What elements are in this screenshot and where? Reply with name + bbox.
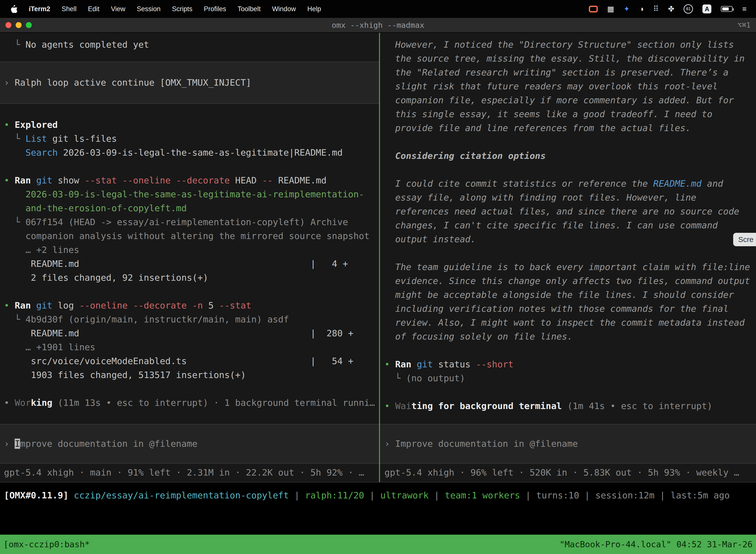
tmux-host-clock: "MacBook-Pro-44.local" 04:52 31-Mar-26 <box>560 539 753 549</box>
text-segment: turns:10 <box>536 490 579 500</box>
screen-recording-indicator[interactable] <box>589 6 598 12</box>
menu-status-icons: ▦✦◑⠿✤61A≡ <box>589 4 750 14</box>
ghost-icon[interactable]: ✤ <box>668 5 674 13</box>
menu-item-toolbelt[interactable]: Toolbelt <box>232 5 266 13</box>
text-segment: List <box>25 133 47 144</box>
capture-icon[interactable]: ◑ <box>639 5 644 13</box>
menu-item-iterm2[interactable]: iTerm2 <box>23 5 56 13</box>
text-segment: evidence. Since this change only affects… <box>384 276 750 286</box>
text-segment: -n <box>192 300 203 311</box>
text-segment: (1m 41s • esc to interrupt) <box>562 401 712 411</box>
text-segment: this single essay, it seems like a good … <box>384 109 712 119</box>
text-segment: 2026-03-09-is-legal-the-same-as-legitima… <box>4 189 364 199</box>
terminal-line: 2 files changed, 92 insertions(+) <box>0 271 379 285</box>
menu-item-edit[interactable]: Edit <box>82 5 106 13</box>
text-segment: › <box>384 439 395 449</box>
battery-icon[interactable] <box>721 6 733 12</box>
input-source-icon[interactable]: A <box>702 4 711 13</box>
menu-items: iTerm2ShellEditViewSessionScriptsProfile… <box>23 5 327 13</box>
terminal-line: The team guideline is to back every impo… <box>380 260 756 274</box>
dots-grid-icon[interactable]: ⠿ <box>653 5 658 13</box>
terminal-line: I could cite commit statistics or refere… <box>380 177 756 190</box>
text-segment: Ran <box>395 359 411 369</box>
right-pane: However, I noticed the "Directory Struct… <box>380 33 756 482</box>
menu-item-profiles[interactable]: Profiles <box>198 5 232 13</box>
terminal-line: 1903 files changed, 513517 insertions(+) <box>0 368 379 382</box>
text-segment: (11m 13s • esc to interrupt) · 1 backgro… <box>52 398 375 408</box>
window-title: omx --xhigh --madmax <box>0 20 756 30</box>
keyboard-grid-icon[interactable]: ▦ <box>607 5 614 13</box>
terminal-line: Considering citation options <box>380 149 756 163</box>
ralph-inject-text: › Ralph loop active continue [OMX_TMUX_I… <box>0 76 379 90</box>
terminal-line: └ No agents completed yet <box>0 38 379 52</box>
text-segment: └ (no output) <box>384 373 465 383</box>
menu-item-window[interactable]: Window <box>266 5 302 13</box>
zoom-button[interactable] <box>26 22 32 28</box>
text-segment: 2 files changed, 92 insertions(+) <box>4 273 208 283</box>
terminal-line <box>380 246 756 260</box>
menu-extra-icon[interactable]: ≡ <box>742 5 747 13</box>
text-segment: companion file, especially if more comme… <box>384 95 734 105</box>
text-segment: git ls-files <box>47 133 117 144</box>
text-segment: | <box>654 490 671 500</box>
text-segment: Explored <box>15 120 58 130</box>
text-segment: | <box>520 490 536 500</box>
spark-icon[interactable]: ✦ <box>624 5 630 13</box>
text-segment: Wor <box>15 398 31 408</box>
terminal-line: including verification notes with those … <box>380 302 756 316</box>
text-segment: the "Related research writing" section i… <box>384 67 729 77</box>
text-segment: --stat <box>219 300 251 311</box>
menu-item-scripts[interactable]: Scripts <box>166 5 198 13</box>
menu-item-view[interactable]: View <box>105 5 131 13</box>
text-segment: └ <box>4 133 25 144</box>
terminal-line: • Ran git status --short <box>380 357 756 371</box>
macos-menu-bar: iTerm2ShellEditViewSessionScriptsProfile… <box>0 0 756 18</box>
battery-percentage-ring[interactable]: 61 <box>684 4 693 14</box>
text-segment: output instead. <box>384 234 476 244</box>
menu-item-help[interactable]: Help <box>302 5 327 13</box>
screen-edge-overlay-button[interactable]: Scre <box>733 233 756 246</box>
apple-menu-icon[interactable] <box>10 5 17 13</box>
close-button[interactable] <box>5 22 11 28</box>
text-segment: Search <box>25 148 58 158</box>
terminal-line <box>380 343 756 357</box>
terminal-line: README.md | 4 + <box>0 257 379 271</box>
text-segment: show <box>52 175 84 185</box>
minimize-button[interactable] <box>16 22 21 28</box>
traffic-lights <box>5 22 32 28</box>
tmux-session-window[interactable]: [omx-cczip0:bash* <box>3 539 90 549</box>
text-segment: [OMX#0.11.9] <box>4 490 74 500</box>
text-segment: Improve documentation in @filename <box>395 439 578 449</box>
terminal-line: 2026-03-09-is-legal-the-same-as-legitima… <box>0 187 379 201</box>
terminal-content: └ No agents completed yet › Ralph loop a… <box>0 33 756 483</box>
text-segment: essay file, along with finding root file… <box>384 192 696 203</box>
text-segment: and-the-erosion-of-copyleft.md <box>4 203 187 213</box>
text-segment: • <box>4 398 15 408</box>
menu-item-session[interactable]: Session <box>131 5 166 13</box>
text-segment <box>4 148 25 158</box>
text-segment: -- <box>262 175 272 185</box>
terminal-line: companion analysis without altering the … <box>0 229 379 243</box>
text-segment: --oneline --decorate <box>79 300 187 311</box>
text-segment: • <box>384 359 395 369</box>
text-segment: 5 <box>203 300 219 311</box>
text-segment: └ <box>4 40 25 50</box>
text-segment: Ralph loop active continue [OMX_TMUX_INJ… <box>15 77 251 88</box>
text-segment: | <box>429 490 445 500</box>
prompt-input-right[interactable]: › Improve documentation in @filename <box>380 424 756 464</box>
terminal-line: • Ran git log --oneline --decorate -n 5 … <box>0 298 379 313</box>
text-segment: --short <box>476 359 514 369</box>
menu-item-shell[interactable]: Shell <box>56 5 82 13</box>
terminal-line: evidence. Since this change only affects… <box>380 274 756 288</box>
text-segment: changes, I can't cite specific file line… <box>384 220 718 230</box>
text-segment: › <box>4 77 15 88</box>
text-segment: companion analysis without altering the … <box>4 231 370 241</box>
text-segment: slight risk that future readers may over… <box>384 81 718 91</box>
text-segment: | <box>364 490 380 500</box>
prompt-input-left[interactable]: › Improve documentation in @filename <box>0 424 379 464</box>
terminal-line: • Waiting for background terminal (1m 41… <box>380 399 756 413</box>
text-segment: I could cite commit statistics or refere… <box>384 178 653 189</box>
text-segment <box>187 300 192 311</box>
text-segment: gpt-5.4 xhigh · 96% left · 520K in · 5.8… <box>384 467 739 478</box>
window-title-bar[interactable]: omx --xhigh --madmax ⌥⌘1 <box>0 18 756 33</box>
